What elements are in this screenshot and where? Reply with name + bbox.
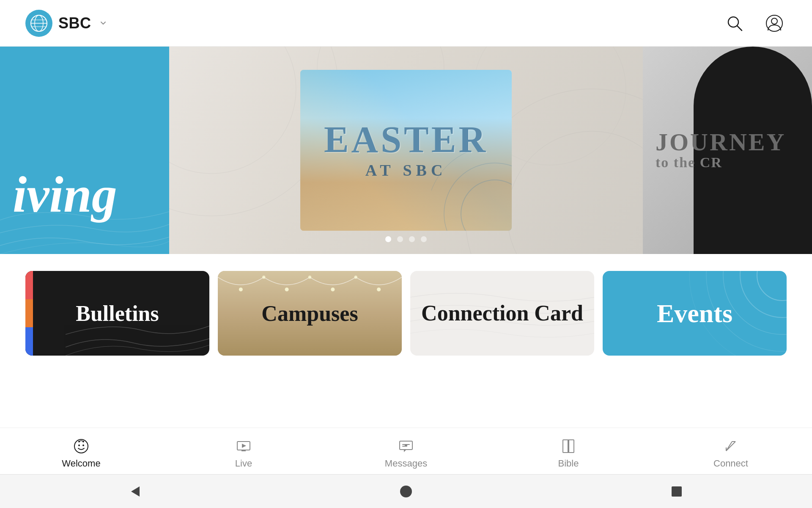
nav-connect[interactable]: Connect <box>650 438 812 469</box>
svg-point-30 <box>74 439 88 453</box>
carousel-slide-right[interactable]: JOURNEY to the CR <box>643 47 812 254</box>
svg-point-15 <box>461 180 512 231</box>
svg-point-27 <box>723 271 787 334</box>
slide-left-decoration <box>0 127 169 254</box>
svg-point-31 <box>78 444 80 446</box>
svg-marker-40 <box>404 450 406 452</box>
account-button[interactable] <box>762 11 787 36</box>
bible-icon-svg <box>560 438 576 454</box>
nav-connect-label: Connect <box>713 458 748 469</box>
svg-point-7 <box>766 15 782 31</box>
carousel-slide-left[interactable]: iving <box>0 47 169 254</box>
journey-line2: to the CR <box>656 155 786 171</box>
bottom-nav: Welcome Live Messages <box>0 428 812 474</box>
svg-marker-52 <box>131 486 140 497</box>
svg-rect-54 <box>672 486 682 497</box>
sys-home-button[interactable] <box>398 484 414 499</box>
live-icon-svg <box>236 438 252 454</box>
svg-rect-43 <box>402 446 407 447</box>
carousel-slide-center[interactable]: EASTER AT SBC <box>169 47 643 254</box>
svg-point-8 <box>771 18 777 24</box>
events-card[interactable]: Events <box>603 271 787 356</box>
svg-point-21 <box>308 276 311 279</box>
campuses-label: Campuses <box>261 301 358 326</box>
svg-marker-36 <box>242 444 246 448</box>
easter-sub-text: AT SBC <box>365 161 447 179</box>
dot-2[interactable] <box>397 236 403 242</box>
svg-point-20 <box>285 287 289 291</box>
nav-bible-label: Bible <box>558 458 579 469</box>
nav-welcome-label: Welcome <box>62 458 100 469</box>
nav-welcome[interactable]: Welcome <box>0 438 162 469</box>
svg-marker-41 <box>405 445 407 446</box>
globe-logo[interactable] <box>25 10 52 37</box>
sys-back-button[interactable] <box>128 484 143 499</box>
easter-main-text: EASTER <box>324 121 488 158</box>
brand-dropdown-icon[interactable] <box>99 19 107 28</box>
svg-point-18 <box>239 287 243 291</box>
journey-line1: JOURNEY <box>656 130 786 155</box>
brand-name: SBC <box>58 14 91 32</box>
dot-3[interactable] <box>409 236 415 242</box>
dot-1[interactable] <box>385 236 391 242</box>
nav-messages[interactable]: Messages <box>325 438 487 469</box>
header-right <box>722 11 787 36</box>
search-button[interactable] <box>722 11 747 36</box>
header: SBC <box>0 0 812 47</box>
dot-4[interactable] <box>421 236 427 242</box>
svg-point-32 <box>82 444 84 446</box>
connect-icon-svg <box>723 438 739 454</box>
bulletins-card[interactable]: Bulletins <box>25 271 209 356</box>
quick-links-section: Bulletins Campuses Connection Card <box>0 254 812 373</box>
svg-point-24 <box>377 287 381 291</box>
connection-card[interactable]: Connection Card <box>410 271 594 356</box>
nav-live-label: Live <box>235 458 252 469</box>
svg-rect-42 <box>402 444 410 445</box>
journey-text: JOURNEY to the CR <box>656 130 786 171</box>
live-icon <box>235 438 252 455</box>
events-label: Events <box>657 298 732 329</box>
campuses-card[interactable]: Campuses <box>218 271 402 356</box>
home-icon <box>398 484 414 499</box>
back-icon <box>128 484 143 499</box>
svg-point-25 <box>757 271 787 301</box>
svg-line-6 <box>737 26 742 30</box>
welcome-icon <box>73 438 90 455</box>
account-icon <box>765 14 783 32</box>
svg-rect-44 <box>563 440 568 453</box>
system-nav <box>0 474 812 508</box>
nav-messages-label: Messages <box>385 458 427 469</box>
bulletins-color-bar <box>25 271 33 356</box>
nav-live[interactable]: Live <box>162 438 325 469</box>
connection-card-label: Connection Card <box>421 301 583 325</box>
svg-point-11 <box>508 131 643 254</box>
easter-card: EASTER AT SBC <box>300 70 512 231</box>
recent-icon <box>669 484 684 499</box>
hero-carousel: iving <box>0 47 812 254</box>
svg-point-53 <box>400 486 412 497</box>
welcome-icon-svg <box>73 438 89 454</box>
connect-icon <box>722 438 739 455</box>
messages-icon <box>398 438 414 455</box>
nav-bible[interactable]: Bible <box>487 438 650 469</box>
bulletins-label: Bulletins <box>76 301 159 326</box>
svg-point-26 <box>740 271 787 318</box>
svg-point-19 <box>262 276 265 279</box>
search-icon <box>726 14 743 32</box>
header-left: SBC <box>25 10 107 37</box>
svg-point-22 <box>331 287 335 291</box>
svg-point-9 <box>169 47 296 174</box>
sys-recent-button[interactable] <box>669 484 684 499</box>
svg-rect-45 <box>569 440 574 453</box>
svg-point-23 <box>354 276 357 279</box>
carousel-dots <box>385 236 427 242</box>
messages-icon-svg <box>398 438 414 454</box>
bible-icon <box>560 438 577 455</box>
